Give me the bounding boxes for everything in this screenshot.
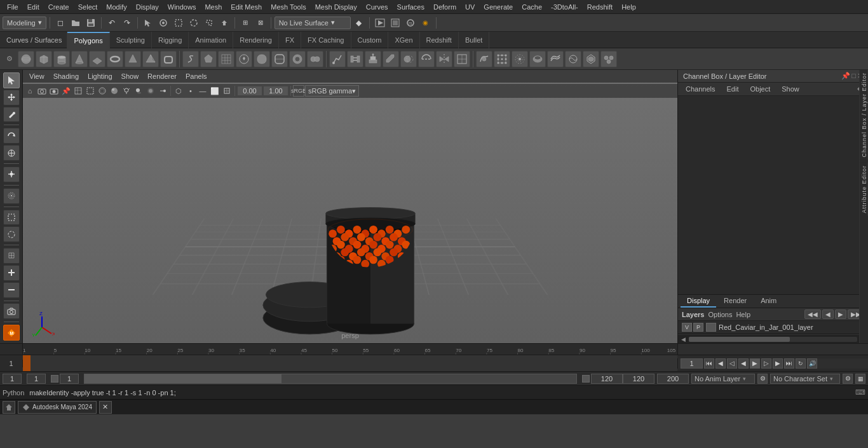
render-btn4[interactable]: ◉ — [419, 16, 433, 30]
menu-create[interactable]: Create — [44, 2, 74, 12]
select-tool-btn3[interactable] — [172, 16, 186, 30]
rotate-btn[interactable] — [3, 128, 20, 144]
vp-motion-blur-icon[interactable] — [157, 85, 168, 97]
viewport[interactable]: View Shading Lighting Show Renderer Pane… — [23, 70, 677, 343]
viewport-menu-shading[interactable]: Shading — [50, 72, 83, 81]
sphere-icon[interactable] — [18, 51, 34, 67]
disp-tab-display[interactable]: Display — [681, 295, 716, 308]
vp-uv-icon[interactable] — [221, 85, 233, 97]
menu-modify[interactable]: Modify — [102, 2, 131, 12]
tab-bullet[interactable]: Bullet — [459, 32, 490, 48]
helix-icon[interactable] — [182, 51, 199, 67]
current-frame-input[interactable] — [27, 374, 46, 384]
menu-surfaces[interactable]: Surfaces — [393, 2, 429, 12]
proximity-wrap-icon[interactable] — [565, 51, 581, 67]
menu-cache[interactable]: Cache — [517, 2, 546, 12]
select-tool-btn5[interactable] — [202, 16, 216, 30]
char-set-settings-btn[interactable]: ⚙ — [843, 374, 853, 384]
pipe-icon[interactable] — [160, 51, 177, 67]
timeline-range-bar[interactable] — [84, 374, 577, 384]
vp-camera-icon[interactable] — [36, 85, 48, 97]
vp-camera2-icon[interactable] — [48, 85, 60, 97]
lasso-select-btn[interactable] — [3, 210, 20, 226]
open-button[interactable] — [69, 16, 83, 30]
save-button[interactable] — [84, 16, 98, 30]
scroll-left-btn[interactable]: ◀ — [679, 336, 688, 343]
options-label[interactable]: Options — [708, 311, 732, 318]
coord-x-input[interactable] — [237, 86, 262, 96]
viewport-menu-show[interactable]: Show — [118, 72, 143, 81]
step-fwd-btn[interactable]: ▶ — [773, 358, 783, 369]
subdivide-icon[interactable] — [454, 51, 470, 67]
tab-curves-surfaces[interactable]: Curves / Surfaces — [1, 32, 67, 48]
timeline-scrubber[interactable] — [23, 355, 677, 371]
layer-back-btn[interactable]: ◀ — [822, 309, 834, 319]
menu-mesh-display[interactable]: Mesh Display — [311, 2, 362, 12]
anim-layer-settings-btn[interactable]: ⚙ — [757, 374, 768, 384]
vp-xray-icon[interactable] — [97, 85, 108, 97]
plane-icon[interactable] — [89, 51, 105, 67]
taskbar-maya-item[interactable]: Autodesk Maya 2024 — [18, 401, 97, 414]
live-toggle[interactable]: ◆ — [352, 16, 366, 30]
step-back-btn[interactable]: ◀ — [715, 358, 726, 369]
snap-btn2[interactable]: ⊠ — [254, 16, 268, 30]
go-end-btn[interactable]: ⏭ — [784, 358, 794, 369]
range-end-input[interactable] — [591, 374, 623, 384]
subdiv-icon[interactable] — [289, 51, 306, 67]
vp-select-icon[interactable]: ⬡ — [173, 85, 184, 97]
torus-icon[interactable] — [107, 51, 123, 67]
menu-edit[interactable]: Edit — [23, 2, 44, 12]
layer-v-btn[interactable]: V — [682, 323, 692, 332]
vp-wireframe-icon[interactable] — [85, 85, 96, 97]
viewport-menu-panels[interactable]: Panels — [182, 72, 211, 81]
render-btn1[interactable] — [373, 16, 387, 30]
minus-btn[interactable] — [3, 282, 20, 298]
viewport-menu-renderer[interactable]: Renderer — [144, 72, 180, 81]
vp-shading-icon[interactable] — [109, 85, 120, 97]
polygon-type-icon[interactable] — [271, 51, 288, 67]
anim-total-input[interactable] — [657, 374, 689, 384]
snap-btn1[interactable]: ⊞ — [238, 16, 252, 30]
menu-windows[interactable]: Windows — [163, 2, 201, 12]
channel-box-maximize-icon[interactable]: □ — [851, 72, 856, 80]
show-manip-btn[interactable] — [3, 145, 20, 161]
channel-box-pin-icon[interactable]: 📌 — [841, 72, 850, 80]
pen-tool-icon[interactable] — [329, 51, 346, 67]
tab-fx[interactable]: FX — [279, 32, 301, 48]
soft-select-btn[interactable] — [3, 188, 20, 204]
cmd-input[interactable] — [29, 389, 855, 397]
tab-fx-caching[interactable]: FX Caching — [301, 32, 351, 48]
menu-curves[interactable]: Curves — [362, 2, 393, 12]
tab-rendering[interactable]: Rendering — [233, 32, 279, 48]
lattice-icon[interactable] — [494, 51, 510, 67]
prev-key-btn[interactable]: ◁ — [727, 358, 737, 369]
cb-tab-channels[interactable]: Channels — [681, 84, 720, 94]
frame-number-input[interactable] — [60, 374, 79, 384]
vp-light-icon[interactable] — [121, 85, 132, 97]
combine-icon[interactable] — [307, 51, 323, 67]
pyramid-icon[interactable] — [142, 51, 159, 67]
viewport-menu-lighting[interactable]: Lighting — [84, 72, 116, 81]
mirror-icon[interactable] — [436, 51, 452, 67]
anim-max-input[interactable] — [623, 374, 654, 384]
scroll-track[interactable] — [689, 337, 857, 342]
paint-select-btn[interactable] — [3, 226, 20, 242]
cmd-right-icon[interactable]: ⌨ — [855, 388, 865, 397]
menu-select[interactable]: Select — [74, 2, 102, 12]
tab-sculpting[interactable]: Sculpting — [110, 32, 152, 48]
taskbar-home-btn[interactable] — [3, 401, 15, 414]
frame-input[interactable] — [681, 358, 703, 369]
vp-home-icon[interactable]: ⌂ — [24, 85, 36, 97]
tab-rigging[interactable]: Rigging — [152, 32, 189, 48]
layer-fwd-btn[interactable]: ▶ — [835, 309, 846, 319]
coord-y-input[interactable] — [263, 86, 288, 96]
prism-icon[interactable] — [125, 51, 141, 67]
platonic-icon[interactable] — [200, 51, 217, 67]
menu-file[interactable]: File — [3, 2, 23, 12]
move-mode-btn[interactable] — [3, 90, 20, 105]
live-surface-dropdown[interactable]: No Live Surface ▾ — [275, 17, 351, 29]
settings-icon[interactable]: ⚙ — [3, 50, 17, 68]
wrap-icon[interactable] — [547, 51, 564, 67]
select-tool-btn6[interactable] — [217, 16, 231, 30]
shrinkwrap-icon[interactable] — [583, 51, 599, 67]
